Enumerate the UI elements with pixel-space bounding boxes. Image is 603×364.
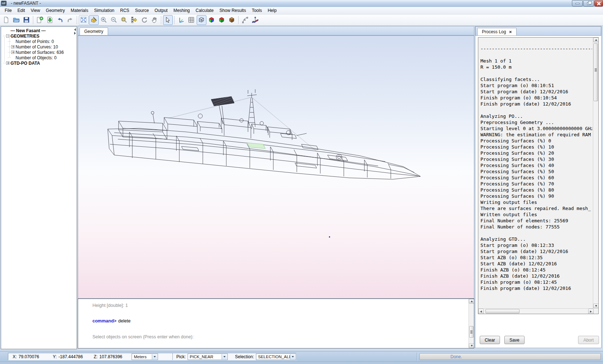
x-coordinate: 79.070076: [18, 354, 39, 359]
log-line: Finish AZB (o) 08:12:45: [480, 267, 592, 273]
log-hscrollbar[interactable]: [478, 308, 594, 314]
console-scrollbar[interactable]: [469, 299, 474, 348]
menu-item[interactable]: View: [28, 7, 43, 14]
textured-view-button[interactable]: [227, 15, 237, 25]
tree-expander-icon[interactable]: [11, 51, 14, 54]
scroll-thumb[interactable]: [594, 43, 598, 101]
open-project-button[interactable]: [12, 15, 21, 25]
surface-tool-button[interactable]: [251, 15, 260, 25]
scroll-left-arrow[interactable]: [478, 309, 484, 314]
tree-item[interactable]: --- New Fasant ---: [1, 28, 77, 33]
menu-item[interactable]: RCS: [117, 7, 132, 14]
selection-point-marker: [329, 236, 330, 237]
scroll-up-arrow[interactable]: [469, 299, 474, 304]
pan-strip-button[interactable]: [129, 15, 139, 25]
geometry-canvas[interactable]: [78, 35, 474, 299]
tree-item[interactable]: Number of Curves: 10: [1, 44, 77, 50]
close-button[interactable]: [594, 0, 603, 7]
zoom-window-button[interactable]: [119, 15, 129, 25]
tree-item[interactable]: Number of Surfaces: 636: [1, 50, 77, 55]
curve-tool-button[interactable]: [240, 15, 250, 25]
redo-button[interactable]: [65, 15, 75, 25]
surface-tool-icon: [252, 16, 259, 23]
log-line: WARNING: the estimation of required RAM: [480, 132, 592, 138]
scroll-up-arrow[interactable]: [593, 38, 599, 42]
menu-item[interactable]: Tools: [249, 7, 265, 14]
textured-cube-icon: [228, 16, 235, 23]
flat-shaded-view-button[interactable]: [217, 15, 227, 25]
menu-item[interactable]: Help: [265, 7, 279, 14]
pan-hand-button[interactable]: [150, 15, 159, 25]
show-axes-button[interactable]: [176, 15, 186, 25]
tab-geometry[interactable]: Geometry: [80, 27, 108, 35]
scroll-down-arrow[interactable]: [593, 304, 599, 308]
geometry-tree-panel: --- New Fasant --- GEOMETRIES Number of …: [1, 26, 77, 349]
close-tab-icon[interactable]: [509, 30, 512, 34]
zoom-out-button[interactable]: [109, 15, 119, 25]
rotate-view-button[interactable]: [140, 15, 149, 25]
select-cursor-icon: [164, 16, 171, 23]
add-geometry-button[interactable]: [35, 15, 45, 25]
menu-item[interactable]: Meshing: [171, 7, 193, 14]
restore-button[interactable]: [583, 0, 594, 7]
save-icon: [23, 16, 30, 23]
show-grid-button[interactable]: [187, 15, 196, 25]
scroll-right-arrow[interactable]: [588, 309, 594, 314]
save-button[interactable]: [22, 15, 31, 25]
selection-mode-dropdown[interactable]: SELECTION_ALL: [256, 354, 296, 360]
menu-item[interactable]: Materials: [68, 7, 91, 14]
tree-item[interactable]: Number of Objects: 0: [1, 55, 77, 60]
fit-view-button[interactable]: [79, 15, 89, 25]
tree-expander-icon[interactable]: [6, 34, 9, 38]
abort-button[interactable]: Abort: [578, 336, 599, 344]
tree-expander-icon[interactable]: [11, 45, 14, 48]
console-line: command>Select objects on screen (Press …: [80, 329, 474, 345]
tree-item[interactable]: GTD-PO DATA: [1, 60, 77, 66]
axes-icon: [178, 16, 185, 23]
shaded-view-button[interactable]: [207, 15, 217, 25]
select-cursor-button[interactable]: [163, 15, 173, 25]
menu-item[interactable]: File: [2, 7, 14, 14]
clear-button[interactable]: Clear: [480, 336, 500, 344]
tab-process-log[interactable]: Process Log: [477, 28, 517, 35]
tree-item[interactable]: GEOMETRIES: [1, 33, 77, 39]
minimize-button[interactable]: [572, 0, 583, 7]
undo-button[interactable]: [55, 15, 65, 25]
log-vscrollbar[interactable]: [593, 38, 598, 308]
statusbar: X: 79.070076 Y: -187.444786 Z: 107.87639…: [0, 351, 603, 361]
tree-splitter[interactable]: [74, 27, 77, 35]
save-log-button[interactable]: Save: [504, 336, 525, 344]
pick-mode-dropdown[interactable]: PICK_NEAR: [188, 354, 228, 360]
scroll-thumb[interactable]: [486, 309, 519, 313]
wireframe-view-button[interactable]: [197, 15, 206, 25]
log-line: Start program (date) 12/02/2016: [480, 89, 592, 95]
menu-item[interactable]: Show Results: [217, 7, 249, 14]
status-coordinates-panel: X: 79.070076 Y: -187.444786 Z: 107.87639…: [8, 353, 296, 360]
menu-item[interactable]: Source: [132, 7, 152, 14]
log-line: Processing Surfaces (%) 30: [480, 156, 592, 162]
new-file-button[interactable]: [1, 15, 11, 25]
perspective-edit-button[interactable]: [89, 15, 99, 25]
log-line: Finish AZB (date) 12/02/2016: [480, 273, 592, 279]
menu-item[interactable]: Output: [152, 7, 171, 14]
menu-item[interactable]: Calculate: [193, 7, 217, 14]
command-console[interactable]: command>Height [double]: 1 command>delet…: [78, 299, 474, 348]
menu-item[interactable]: Geometry: [43, 7, 68, 14]
command-prompt: command>: [93, 318, 116, 324]
window-title: - newFASANT -: [11, 1, 41, 6]
zoom-in-button[interactable]: [99, 15, 109, 25]
tree-item[interactable]: Number of Points: 0: [1, 39, 77, 44]
tree-connector-stub: [8, 47, 11, 47]
project-tree: --- New Fasant --- GEOMETRIES Number of …: [1, 27, 77, 66]
tree-item-label: GEOMETRIES: [10, 34, 39, 39]
log-line: [480, 52, 592, 58]
menu-item[interactable]: Edit: [14, 7, 28, 14]
scroll-thumb[interactable]: [469, 326, 474, 338]
menu-item[interactable]: Simulation: [91, 7, 117, 14]
process-log-output[interactable]: ----------------------------------------…: [478, 37, 599, 314]
tree-expander-icon[interactable]: [6, 61, 9, 65]
import-file-button[interactable]: [45, 15, 55, 25]
tree-item-label: --- New Fasant ---: [10, 28, 46, 33]
units-dropdown[interactable]: Meters: [132, 354, 158, 360]
scroll-down-arrow[interactable]: [469, 343, 474, 348]
